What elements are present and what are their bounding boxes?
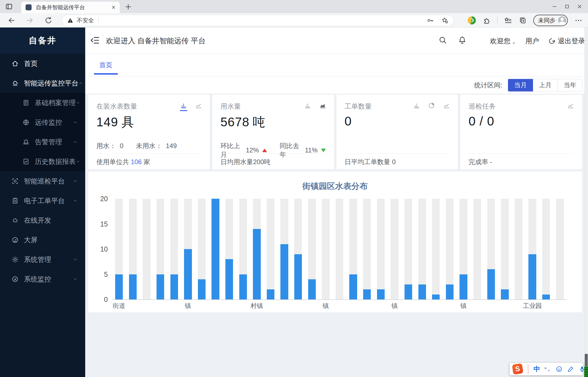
bar-value[interactable] xyxy=(542,295,550,300)
bar-value[interactable] xyxy=(170,274,178,300)
range-button-last-month[interactable]: 上月 xyxy=(533,79,558,91)
sidebar-item-remote-platform[interactable]: 智能远传监控平台 xyxy=(0,73,85,93)
bar-slot-4 xyxy=(167,199,181,299)
forward-icon[interactable] xyxy=(26,16,34,25)
bar-track xyxy=(267,199,274,299)
sync-status-label: 未同步 xyxy=(538,17,555,24)
bar-slot-18 xyxy=(360,199,374,299)
sidebar-item-home[interactable]: 首页 xyxy=(0,54,85,73)
ime-chinese-mode-icon[interactable]: 中 xyxy=(534,366,540,372)
bar-slot-17 xyxy=(346,199,360,299)
card-footer: 日均用水量200吨 xyxy=(220,158,271,166)
extensions-puzzle-icon[interactable] xyxy=(482,16,491,24)
settings-more-icon[interactable] xyxy=(574,16,583,24)
sidebar-item-system-monitor[interactable]: 系统监控 xyxy=(0,269,85,289)
bar-value[interactable] xyxy=(198,279,206,299)
bar-value[interactable] xyxy=(405,284,412,300)
range-button-current-year[interactable]: 当年 xyxy=(558,79,583,91)
ime-punctuation-icon[interactable]: °， xyxy=(544,367,551,372)
bar-value[interactable] xyxy=(157,274,164,300)
ime-pencil-icon[interactable] xyxy=(567,366,574,373)
new-tab-icon[interactable] xyxy=(124,3,132,11)
bar-value[interactable] xyxy=(460,274,467,300)
bar-value[interactable] xyxy=(212,199,219,299)
sidebar-item-online-dev[interactable]: 在线开发 xyxy=(0,210,85,230)
bar-chart-icon[interactable] xyxy=(304,102,311,109)
bar-value[interactable] xyxy=(294,254,302,300)
back-icon[interactable] xyxy=(7,16,16,25)
tab-actions-icon[interactable] xyxy=(4,2,14,11)
sidebar-item-alarm-mgmt[interactable]: 告警管理 xyxy=(0,132,85,152)
sidebar-item-history-reports[interactable]: 历史数据报表 xyxy=(0,152,85,171)
bar-value[interactable] xyxy=(446,284,454,300)
username-text[interactable]: 用户 xyxy=(525,36,539,45)
bar-value[interactable] xyxy=(308,279,316,299)
area-chart-icon[interactable] xyxy=(319,102,326,109)
password-key-icon[interactable] xyxy=(426,17,434,24)
favorites-bar-icon[interactable] xyxy=(504,16,512,24)
ime-emoji-icon[interactable] xyxy=(556,366,563,373)
collapse-sidebar-icon[interactable] xyxy=(90,35,100,45)
browser-tab[interactable]: 自备井智能远传平台 xyxy=(21,2,120,13)
add-favorite-icon[interactable] xyxy=(441,17,449,24)
bar-slot-11 xyxy=(264,199,278,299)
bar-value[interactable] xyxy=(377,289,385,299)
refresh-icon[interactable] xyxy=(44,16,53,25)
address-bar[interactable]: 不安全 xyxy=(62,15,454,26)
sidebar-item-basic-archives[interactable]: 基础档案管理 xyxy=(0,93,85,112)
bar-value[interactable] xyxy=(115,274,123,300)
card-stat: 环比上月12% xyxy=(220,142,267,159)
chevron-down-icon xyxy=(73,120,78,125)
x-axis-label: 街道 xyxy=(113,302,125,310)
bar-value[interactable] xyxy=(253,229,261,299)
collections-icon[interactable] xyxy=(519,16,527,24)
search-icon[interactable] xyxy=(438,36,447,44)
sogou-logo-icon[interactable]: S xyxy=(512,363,523,375)
line-chart-icon[interactable] xyxy=(195,102,202,109)
tab-home[interactable]: 首页 xyxy=(99,54,112,76)
bar-value[interactable] xyxy=(280,244,288,300)
chevron-down-icon xyxy=(73,257,78,262)
scrollbar-thumb[interactable] xyxy=(585,354,588,367)
sidebar-item-inspection-platform[interactable]: 智能巡检平台 xyxy=(0,171,85,191)
page-scrollbar[interactable] xyxy=(584,27,588,377)
bar-value[interactable] xyxy=(528,254,536,300)
bar-value[interactable] xyxy=(267,289,274,299)
ime-mic-icon[interactable] xyxy=(578,366,586,373)
line-chart-icon[interactable] xyxy=(443,102,450,109)
bar-value[interactable] xyxy=(349,274,357,300)
close-button[interactable] xyxy=(573,2,586,11)
bar-slot-12 xyxy=(277,199,291,299)
sidebar-item-big-screen[interactable]: 大屏 xyxy=(0,230,85,250)
not-secure-warning-icon[interactable] xyxy=(67,17,74,24)
bar-value[interactable] xyxy=(363,289,371,299)
line-chart-icon[interactable] xyxy=(567,102,574,109)
bar-value[interactable] xyxy=(225,259,233,299)
minimize-button[interactable] xyxy=(548,2,561,11)
bar-chart-icon[interactable] xyxy=(180,102,187,111)
bar-slot-22 xyxy=(415,199,429,299)
browser-profile-button[interactable]: 未同步 xyxy=(533,15,568,26)
bar-value[interactable] xyxy=(432,295,440,300)
range-button-current-month[interactable]: 当月 xyxy=(508,79,533,91)
bar-value[interactable] xyxy=(487,269,495,299)
security-label[interactable]: 不安全 xyxy=(77,17,94,24)
tab-close-icon[interactable] xyxy=(111,4,117,10)
bar-value[interactable] xyxy=(184,249,192,299)
gauge-icon xyxy=(11,236,19,244)
sidebar-item-workorder-platform[interactable]: 电子工单平台 xyxy=(0,191,85,210)
bar-value[interactable] xyxy=(418,284,426,300)
sidebar-item-system-mgmt[interactable]: 系统管理 xyxy=(0,250,85,269)
bar-value[interactable] xyxy=(501,289,509,299)
bar-value[interactable] xyxy=(239,274,247,300)
bar-chart-icon[interactable] xyxy=(413,102,420,109)
bar-slot-25 xyxy=(457,199,470,299)
bell-icon[interactable] xyxy=(458,36,467,44)
y-axis-tick: 15 xyxy=(100,220,108,228)
logout-button[interactable]: 退出登录 xyxy=(548,36,585,45)
extension-green-icon[interactable] xyxy=(468,16,476,24)
sidebar-item-remote-monitor[interactable]: 远传监控 xyxy=(0,112,85,132)
maximize-button[interactable] xyxy=(561,2,573,11)
bar-value[interactable] xyxy=(129,274,137,300)
pie-chart-icon[interactable] xyxy=(428,102,435,109)
